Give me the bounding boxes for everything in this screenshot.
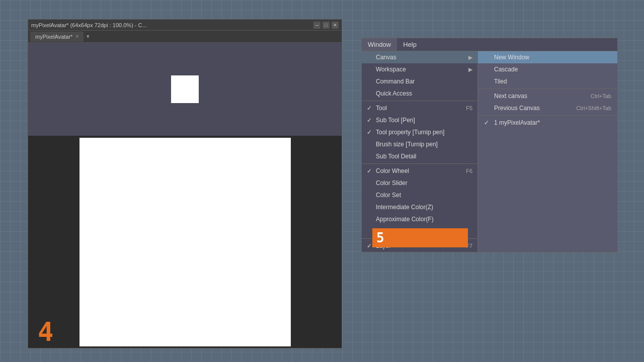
title-bar-text: myPixelAvatar* (64x64px 72dpi : 100.0%) …	[31, 22, 147, 28]
menu-item-color-slider[interactable]: Color Slider	[362, 177, 477, 189]
menu-item-workspace[interactable]: Workspace ▶	[362, 63, 477, 75]
canvas-preview-box	[171, 75, 199, 103]
menu-item-quick-access[interactable]: Quick Access	[362, 87, 477, 100]
right-divider-2	[478, 115, 617, 116]
menu-item-previous-canvas[interactable]: Previous Canvas Ctrl+Shift+Tab	[478, 102, 617, 114]
divider-1	[362, 101, 477, 101]
tab-close-icon[interactable]: ×	[75, 34, 78, 39]
menu-item-next-canvas[interactable]: Next canvas Ctrl+Tab	[478, 90, 617, 102]
menu-help[interactable]: Help	[397, 38, 423, 51]
menu-item-canvas[interactable]: Canvas ▶	[362, 51, 477, 63]
menu-header: Window Help	[362, 38, 617, 51]
watermark-4: 4	[38, 317, 53, 347]
watermark-5: 5	[372, 228, 468, 247]
app-window: myPixelAvatar* (64x64px 72dpi : 100.0%) …	[28, 19, 342, 348]
tab-label: myPixelAvatar*	[35, 34, 72, 40]
tab-item[interactable]: myPixelAvatar* ×	[30, 32, 84, 42]
menu-item-intermediate-color[interactable]: Intermediate Color(Z)	[362, 201, 477, 213]
menu-item-sub-tool[interactable]: ✓ Sub Tool [Pen]	[362, 114, 477, 126]
menu-item-command-bar[interactable]: Command Bar	[362, 75, 477, 87]
canvas-main-section	[28, 136, 342, 348]
menu-item-cascade[interactable]: Cascade	[478, 63, 617, 75]
menu-item-tool[interactable]: ✓ Tool F5	[362, 102, 477, 114]
minimize-button[interactable]: ─	[313, 22, 320, 29]
menu-window[interactable]: Window	[362, 38, 397, 51]
divider-2	[362, 163, 477, 164]
menu-item-my-pixel-avatar[interactable]: ✓ 1 myPixelAvatar*	[478, 117, 617, 129]
menu-body: Canvas ▶ Workspace ▶ Command Bar Quick A…	[362, 51, 617, 252]
title-bar: myPixelAvatar* (64x64px 72dpi : 100.0%) …	[28, 20, 342, 31]
tab-dropdown-icon[interactable]: ▾	[87, 33, 90, 40]
menu-item-color-set[interactable]: Color Set	[362, 189, 477, 201]
close-button[interactable]: ✕	[332, 22, 339, 29]
menu-left-panel: Canvas ▶ Workspace ▶ Command Bar Quick A…	[362, 51, 477, 252]
avatar-check: ✓	[484, 119, 494, 126]
menu-item-color-wheel[interactable]: ✓ Color Wheel F6	[362, 165, 477, 177]
menu-item-brush-size[interactable]: Brush size [Turnip pen]	[362, 138, 477, 150]
menu-item-tiled[interactable]: Tiled	[478, 75, 617, 87]
toolprop-check: ✓	[367, 129, 376, 136]
right-divider-1	[478, 88, 617, 89]
canvas-preview-section	[28, 43, 342, 136]
menu-item-sub-tool-detail[interactable]: Sub Tool Detail	[362, 150, 477, 162]
subtool-check: ✓	[367, 117, 376, 124]
maximize-button[interactable]: □	[323, 22, 330, 29]
menu-item-tool-property[interactable]: ✓ Tool property [Turnip pen]	[362, 126, 477, 138]
title-bar-controls: ─ □ ✕	[313, 22, 339, 29]
menu-item-approximate-color[interactable]: Approximate Color(F)	[362, 213, 477, 225]
colorwheel-check: ✓	[367, 167, 376, 174]
menu-item-new-window[interactable]: New Window	[478, 51, 617, 63]
tool-check: ✓	[367, 105, 376, 112]
tabs-bar: myPixelAvatar* × ▾	[28, 31, 342, 43]
menu-right-panel: New Window Cascade Tiled Next canvas Ctr…	[477, 51, 617, 252]
main-canvas[interactable]	[79, 138, 291, 346]
menu-bar: Window Help Canvas ▶ Workspace ▶ Com	[361, 38, 618, 252]
